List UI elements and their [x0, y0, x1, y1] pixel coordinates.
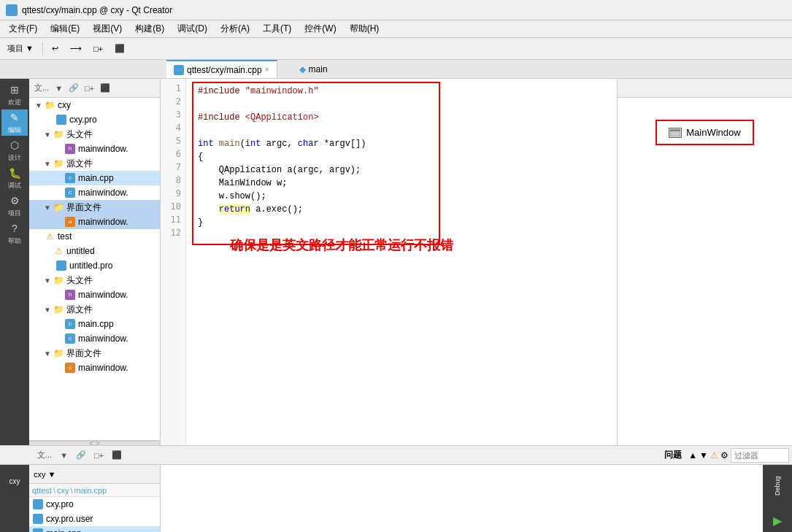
- menu-analyze[interactable]: 分析(A): [215, 21, 255, 36]
- app-icon: [6, 4, 18, 16]
- debug-right-panel: Debug ▶ ⬇: [763, 465, 792, 532]
- folder-icon-ui: 📁: [53, 202, 64, 212]
- issues-link[interactable]: 🔗: [73, 450, 89, 460]
- toolbar-link[interactable]: 🔗: [66, 82, 81, 93]
- main-window-widget[interactable]: MainWindow: [655, 120, 753, 145]
- code-editor[interactable]: #include "mainwindow.h" #include <QAppli…: [186, 79, 617, 445]
- tree-item-mainwindow-cpp2[interactable]: c mainwindow.: [29, 331, 160, 346]
- tree-item-sources2[interactable]: ▼ 📁 源文件: [29, 302, 160, 317]
- sidebar-welcome[interactable]: ⊞ 欢迎: [1, 82, 28, 108]
- sidebar-debug[interactable]: 🐛 调试: [1, 165, 28, 191]
- tree-item-untitled[interactable]: ⚠ untitled: [29, 244, 160, 258]
- tree-label-main-cpp: main.cpp: [78, 173, 114, 183]
- tree-item-sources[interactable]: ▼ 📁 源文件: [29, 156, 160, 171]
- code-line-6: {: [198, 150, 434, 163]
- tree-item-main-cpp[interactable]: c main.cpp: [29, 171, 160, 185]
- active-tab[interactable]: qttest/cxy/main.cpp ×: [166, 60, 277, 78]
- issues-filter-icon[interactable]: ⚙: [720, 450, 728, 460]
- menu-edit[interactable]: 编辑(E): [45, 21, 85, 36]
- tree-item-mainwindow-h[interactable]: h mainwindow.: [29, 142, 160, 156]
- tree-item-test[interactable]: ⚠ test: [29, 229, 160, 244]
- tree-item-main-cpp2[interactable]: c main.cpp: [29, 317, 160, 331]
- toolbar-text[interactable]: 文...: [32, 82, 51, 94]
- project-selector[interactable]: 项目 ▼: [3, 42, 38, 55]
- cpp-icon-main2: c: [64, 319, 76, 329]
- tree-label-main-cpp2: main.cpp: [78, 319, 114, 329]
- widget-icon: [669, 128, 682, 138]
- tree-item-headers[interactable]: ▼ 📁 头文件: [29, 127, 160, 142]
- second-file-panel: cxy ▼ qttest \ cxy \ main.cpp cxy.pro cx…: [29, 465, 161, 532]
- toolbar-arrow[interactable]: ▼: [53, 83, 65, 93]
- play-button[interactable]: ▶: [764, 507, 791, 532]
- tree-item-ui-folder2[interactable]: ▼ 📁 界面文件: [29, 346, 160, 361]
- bc-sep1: \: [53, 486, 55, 495]
- debug-cxy-label[interactable]: cxy: [1, 468, 28, 494]
- forward-button[interactable]: ⟶: [66, 42, 86, 55]
- toolbar-close[interactable]: ⬛: [98, 82, 112, 93]
- h-icon2: h: [64, 290, 76, 300]
- sidebar-project-label: 项目: [8, 209, 21, 218]
- issues-arrow[interactable]: ▼: [57, 450, 71, 460]
- tree-item-mainwindow-ui2[interactable]: u mainwindow.: [29, 361, 160, 375]
- filter-input[interactable]: [731, 448, 789, 463]
- tree-item-cxy[interactable]: ▼ 📁 cxy: [29, 98, 160, 112]
- sidebar-debug-label: 调试: [8, 181, 21, 190]
- ui-icon-mw2: u: [64, 363, 76, 373]
- file-cxy-pro[interactable]: cxy.pro: [29, 497, 160, 512]
- tree-label-untitled: untitled: [66, 246, 95, 256]
- close-button[interactable]: ⬛: [110, 42, 129, 55]
- bc-cxy[interactable]: cxy: [57, 486, 69, 495]
- bc-qttest[interactable]: qttest: [32, 486, 52, 495]
- warn-icon-untitled: ⚠: [53, 246, 64, 256]
- tree-label-sources2: 源文件: [66, 304, 93, 316]
- add-file-button[interactable]: □+: [89, 43, 107, 55]
- file-cxy-pro-user[interactable]: cxy.pro.user: [29, 512, 160, 526]
- secondary-tab[interactable]: ◆ main: [292, 60, 335, 78]
- cxy-selector[interactable]: cxy ▼: [34, 470, 55, 479]
- tree-item-headers2[interactable]: ▼ 📁 头文件: [29, 273, 160, 288]
- tab-close-button[interactable]: ×: [265, 66, 269, 74]
- issues-down[interactable]: ▼: [699, 450, 708, 460]
- pro-icon-untitled: [55, 261, 67, 271]
- menu-controls[interactable]: 控件(W): [299, 21, 342, 36]
- sidebar-project[interactable]: ⚙ 项目: [1, 193, 28, 219]
- separator: [42, 42, 43, 55]
- issues-up[interactable]: ▲: [688, 450, 697, 460]
- tree-label-ui-folder: 界面文件: [66, 201, 101, 214]
- file-main-cpp-b[interactable]: c main.cpp: [29, 526, 160, 532]
- tree-label-test: test: [58, 231, 72, 242]
- sidebar-design[interactable]: ⬡ 设计: [1, 137, 28, 163]
- code-border-box: #include "mainwindow.h" #include <QAppli…: [192, 82, 440, 245]
- tree-item-mainwindow-ui[interactable]: u mainwindow.: [29, 215, 160, 229]
- folder-icon-sources2: 📁: [53, 304, 64, 315]
- folder-icon-sources: 📁: [53, 158, 64, 169]
- back-button[interactable]: ↩: [47, 42, 63, 55]
- toolbar-add[interactable]: □+: [82, 83, 96, 93]
- file-panel: 文... ▼ 🔗 □+ ⬛ ▼ 📁 cxy cxy.pro ▼: [29, 79, 161, 445]
- menu-view[interactable]: 视图(V): [87, 21, 128, 36]
- grid-icon: ⊞: [8, 83, 21, 96]
- bc-main-cpp[interactable]: main.cpp: [74, 486, 107, 495]
- tree-item-ui-folder[interactable]: ▼ 📁 界面文件: [29, 200, 160, 215]
- sidebar-edit[interactable]: ✎ 编辑: [1, 109, 28, 136]
- sidebar-help[interactable]: ? 帮助: [1, 220, 28, 247]
- menu-file[interactable]: 文件(F): [3, 21, 43, 36]
- menu-help[interactable]: 帮助(H): [344, 21, 385, 36]
- file-panel-toolbar: 文... ▼ 🔗 □+ ⬛: [29, 79, 160, 98]
- scroll-bar[interactable]: < >: [29, 441, 160, 445]
- code-line-7: QApplication a(argc, argv);: [198, 163, 434, 177]
- menu-debug[interactable]: 调试(D): [172, 21, 213, 36]
- tree-item-mainwindow-cpp[interactable]: c mainwindow.: [29, 185, 160, 200]
- issues-close-btn[interactable]: ⬛: [109, 450, 125, 460]
- code-line-8: MainWindow w;: [198, 177, 434, 190]
- cpp-icon-main: c: [64, 173, 76, 183]
- issues-add[interactable]: □+: [91, 450, 107, 460]
- tree-item-cxy-pro[interactable]: cxy.pro: [29, 112, 160, 127]
- menu-tools[interactable]: 工具(T): [257, 21, 297, 36]
- tree-item-mainwindow-h2[interactable]: h mainwindow.: [29, 288, 160, 302]
- tree-label-cxy: cxy: [58, 100, 71, 110]
- issues-text-btn[interactable]: 文...: [34, 449, 55, 461]
- menu-build[interactable]: 构建(B): [129, 21, 170, 36]
- tree-item-untitled-pro[interactable]: untitled.pro: [29, 258, 160, 273]
- issues-content: [161, 465, 763, 532]
